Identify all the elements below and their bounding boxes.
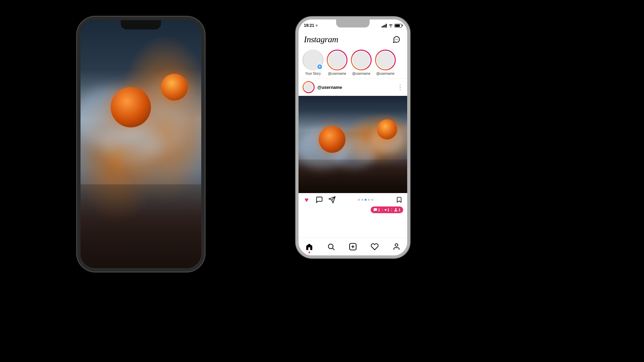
comment-icon (316, 196, 323, 203)
like-button[interactable]: ♥ (303, 196, 311, 204)
instagram-app: Instagram + Your Story (299, 32, 407, 255)
nav-activity[interactable] (371, 243, 379, 251)
story-item-3[interactable]: @username (375, 50, 396, 75)
svg-rect-8 (308, 247, 310, 250)
orb-left-2 (161, 74, 188, 101)
post-orb-2 (377, 119, 397, 139)
nav-profile[interactable] (392, 243, 400, 251)
like-notif-icon: ♥ (384, 208, 387, 212)
share-button[interactable] (328, 196, 336, 204)
nav-add[interactable] (348, 242, 357, 251)
status-dot (316, 24, 318, 26)
left-phone-shell (77, 17, 205, 272)
status-bar-left: 19:21 (304, 23, 318, 28)
home-icon (305, 243, 313, 251)
status-bar-right (382, 24, 402, 27)
post-username: @username (317, 85, 342, 90)
post-image (299, 96, 407, 193)
notification-badge: 1 ♥ 1 1 (371, 206, 403, 213)
svg-line-10 (332, 248, 334, 250)
story-item-1[interactable]: @username (327, 50, 347, 75)
story-item-yours[interactable]: + Your Story (303, 50, 323, 75)
comment-notif-icon (373, 208, 377, 212)
follow-notif-icon (394, 208, 398, 212)
search-icon (327, 243, 335, 251)
signal-icon (382, 24, 387, 27)
follow-count: 1 (398, 208, 400, 212)
your-story-avatar-wrap: + (303, 50, 323, 70)
story-item-2[interactable]: @username (351, 50, 372, 75)
comment-notif: 1 (373, 208, 380, 212)
right-phone-notch (336, 19, 370, 27)
svg-point-9 (328, 244, 333, 249)
instagram-logo: Instagram (304, 35, 338, 45)
reflection-left (80, 184, 201, 268)
post-actions: ♥ (299, 193, 407, 205)
carousel-dot-4 (368, 199, 370, 201)
svg-rect-2 (384, 25, 385, 27)
left-phone-notch (121, 20, 161, 29)
svg-rect-3 (386, 24, 387, 27)
story-label-3: @username (376, 72, 395, 75)
carousel-dot-3 (365, 199, 367, 201)
story-label-2: @username (352, 72, 371, 75)
notif-area: 1 ♥ 1 1 (299, 205, 407, 215)
your-story-label: Your Story (305, 72, 321, 75)
svg-rect-0 (382, 26, 383, 27)
story-label-1: @username (328, 72, 346, 75)
smoke-layer-4 (101, 124, 161, 164)
svg-point-14 (395, 244, 398, 246)
dm-icon (392, 36, 400, 44)
orb-left-1 (111, 87, 151, 127)
left-phone-mockup (77, 17, 205, 272)
post-header: @username ⋮ (299, 78, 407, 96)
story-avatar-1 (328, 51, 346, 69)
add-icon (348, 242, 357, 251)
battery-icon (394, 24, 402, 27)
right-phone-shell: 19:21 (296, 17, 410, 258)
left-phone-screen (80, 20, 201, 268)
battery-fill (395, 24, 400, 27)
post-avatar-image (304, 82, 314, 92)
status-time: 19:21 (304, 23, 314, 28)
story-avatar-wrap-1 (327, 50, 347, 70)
right-phone-mockup: 19:21 (296, 17, 410, 258)
nav-search[interactable] (327, 243, 335, 251)
nav-home[interactable] (305, 243, 313, 251)
svg-point-7 (395, 208, 396, 210)
story-avatar-2 (352, 51, 371, 69)
carousel-dot-2 (361, 199, 363, 201)
wifi-icon (388, 24, 393, 27)
comment-button[interactable] (315, 196, 323, 204)
bookmark-button[interactable] (395, 196, 403, 204)
post-user: @username (303, 81, 342, 93)
add-story-badge: + (317, 64, 323, 70)
svg-point-4 (390, 26, 391, 27)
like-count: 1 (387, 208, 389, 212)
heart-nav-icon (371, 243, 379, 251)
home-active-dot (309, 252, 310, 253)
carousel-dot-5 (371, 199, 373, 201)
post-avatar-ring (303, 81, 315, 93)
post-orb-1 (319, 126, 345, 153)
notif-sep-2 (391, 208, 392, 212)
post-reflection (299, 160, 407, 193)
share-icon (328, 196, 336, 203)
stories-row: + Your Story @username @username (299, 47, 407, 78)
svg-rect-1 (383, 25, 384, 27)
ig-header: Instagram (299, 32, 407, 47)
profile-icon (392, 243, 400, 251)
story-avatar-wrap-2 (351, 50, 372, 70)
follow-notif: 1 (394, 208, 400, 212)
post-action-left: ♥ (303, 196, 336, 204)
like-notif: ♥ 1 (384, 208, 389, 212)
carousel-dots (358, 199, 373, 201)
notif-sep-1 (382, 208, 382, 212)
story-avatar-wrap-3 (375, 50, 396, 70)
story-avatar-3 (376, 51, 395, 69)
bookmark-icon (396, 196, 402, 203)
post-more-options[interactable]: ⋮ (397, 83, 403, 91)
direct-message-button[interactable] (391, 34, 402, 45)
carousel-dot-1 (358, 199, 360, 201)
bottom-nav (299, 237, 407, 255)
